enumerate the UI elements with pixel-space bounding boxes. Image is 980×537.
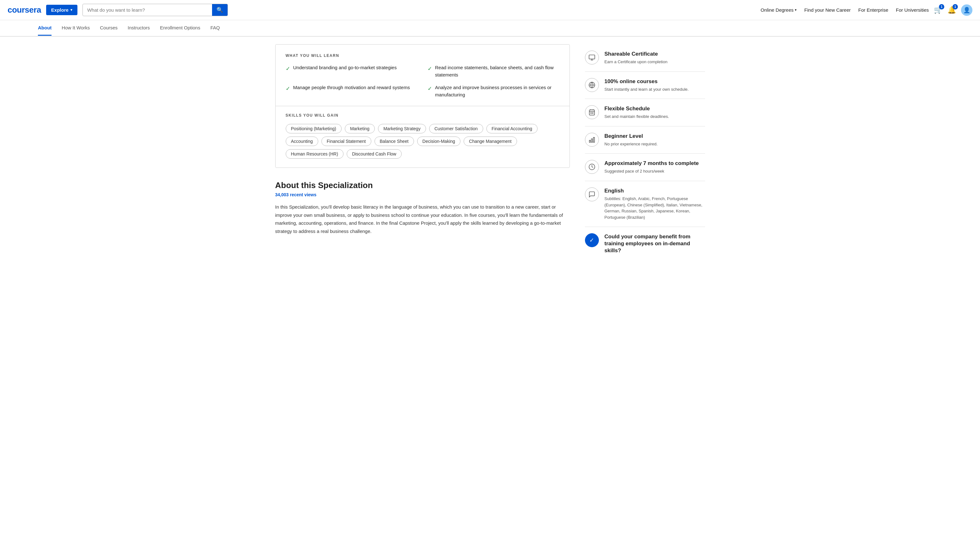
checkmark-icon-3: ✓ — [286, 85, 290, 93]
logo-text: coursera — [8, 5, 41, 15]
level-sub: No prior experience required. — [605, 141, 705, 147]
skill-tag-6[interactable]: Financial Statement — [321, 137, 371, 146]
certificate-text: Shareable Certificate Earn a Certificate… — [605, 51, 705, 65]
skill-tag-7[interactable]: Balance Sheet — [374, 137, 414, 146]
learn-item-4: ✓ Analyze and improve business processes… — [428, 84, 559, 98]
new-career-link[interactable]: Find your New Career — [804, 7, 851, 13]
skills-tags: Positioning (Marketing) Marketing Market… — [286, 124, 559, 159]
duration-sub: Suggested pace of 2 hours/week — [605, 168, 705, 174]
language-icon — [585, 187, 599, 201]
skills-you-will-gain-section: SKILLS YOU WILL GAIN Positioning (Market… — [275, 106, 570, 167]
skill-tag-3[interactable]: Customer Satisfaction — [429, 124, 483, 133]
subnav-about[interactable]: About — [38, 21, 51, 36]
checkmark-icon-2: ✓ — [428, 65, 432, 73]
certificate-icon — [585, 51, 599, 64]
learn-item-text-3: Manage people through motivation and rew… — [293, 84, 410, 91]
explore-button[interactable]: Explore ▾ — [46, 5, 78, 15]
sidebar-language: English Subtitles: English, Arabic, Fren… — [585, 181, 705, 227]
nav-icons: 🛒 1 🔔 1 👤 — [934, 5, 972, 16]
skill-tag-9[interactable]: Change Management — [464, 137, 517, 146]
search-button[interactable]: 🔍 — [212, 4, 228, 16]
explore-chevron-icon: ▾ — [70, 8, 72, 12]
svg-rect-5 — [593, 137, 595, 142]
notifications-icon[interactable]: 🔔 1 — [947, 6, 956, 14]
online-degrees-link[interactable]: Online Degrees ▾ — [760, 7, 797, 13]
subnav-courses[interactable]: Courses — [100, 21, 118, 36]
duration-icon — [585, 160, 599, 174]
main-container: WHAT YOU WILL LEARN ✓ Understand brandin… — [237, 37, 743, 274]
search-icon: 🔍 — [216, 6, 223, 13]
svg-rect-2 — [589, 110, 595, 115]
subnav-faq[interactable]: FAQ — [210, 21, 220, 36]
nav-links: Online Degrees ▾ Find your New Career Fo… — [760, 7, 929, 13]
learn-skills-box: WHAT YOU WILL LEARN ✓ Understand brandin… — [275, 44, 570, 168]
skill-tag-1[interactable]: Marketing — [345, 124, 375, 133]
schedule-sub: Set and maintain flexible deadlines. — [605, 113, 705, 120]
explore-label: Explore — [51, 7, 68, 13]
learn-item-text-2: Read income statements, balance sheets, … — [435, 64, 559, 78]
sidebar-enterprise[interactable]: ✓ Could your company benefit from traini… — [585, 227, 705, 262]
enterprise-check-icon: ✓ — [585, 233, 599, 247]
sidebar-duration: Approximately 7 months to complete Sugge… — [585, 154, 705, 181]
recent-views: 34,003 recent views — [275, 192, 570, 197]
skill-tag-2[interactable]: Marketing Strategy — [378, 124, 426, 133]
online-icon — [585, 78, 599, 92]
subnav-how-it-works[interactable]: How It Works — [62, 21, 90, 36]
level-icon — [585, 133, 599, 147]
svg-rect-0 — [589, 55, 595, 59]
universities-link[interactable]: For Universities — [896, 7, 929, 13]
learn-item-text-4: Analyze and improve business processes i… — [435, 84, 559, 98]
skill-tag-8[interactable]: Decision-Making — [417, 137, 460, 146]
subnav-enrollment-options[interactable]: Enrollment Options — [160, 21, 200, 36]
certificate-title: Shareable Certificate — [605, 51, 705, 57]
subnav-instructors[interactable]: Instructors — [128, 21, 150, 36]
online-degrees-chevron-icon: ▾ — [795, 8, 797, 12]
sub-nav: About How It Works Courses Instructors E… — [0, 20, 980, 37]
schedule-text: Flexible Schedule Set and maintain flexi… — [605, 105, 705, 120]
level-title: Beginner Level — [605, 133, 705, 140]
learn-item-2: ✓ Read income statements, balance sheets… — [428, 64, 559, 78]
checkmark-icon-1: ✓ — [286, 65, 290, 73]
learn-grid: ✓ Understand branding and go-to-market s… — [286, 64, 559, 98]
language-title: English — [605, 187, 705, 194]
search-input[interactable] — [83, 5, 212, 15]
about-title: About this Specialization — [275, 180, 570, 190]
skills-section-label: SKILLS YOU WILL GAIN — [286, 113, 559, 118]
svg-rect-3 — [589, 140, 590, 142]
search-bar: 🔍 — [83, 4, 228, 16]
sidebar-online: 100% online courses Start instantly and … — [585, 72, 705, 99]
certificate-sub: Earn a Certificate upon completion — [605, 59, 705, 65]
checkmark-icon-4: ✓ — [428, 85, 432, 93]
sidebar-schedule: Flexible Schedule Set and maintain flexi… — [585, 99, 705, 126]
skill-tag-10[interactable]: Human Resources (HR) — [286, 149, 344, 159]
skill-tag-4[interactable]: Financial Accounting — [486, 124, 538, 133]
level-text: Beginner Level No prior experience requi… — [605, 133, 705, 147]
online-title: 100% online courses — [605, 78, 705, 85]
learn-item-text-1: Understand branding and go-to-market str… — [293, 64, 397, 72]
svg-rect-4 — [591, 139, 593, 142]
schedule-icon — [585, 105, 599, 119]
online-sub: Start instantly and learn at your own sc… — [605, 86, 705, 92]
avatar-initial: 👤 — [963, 6, 970, 14]
learn-section-label: WHAT YOU WILL LEARN — [286, 53, 559, 58]
enterprise-link[interactable]: For Enterprise — [858, 7, 888, 13]
top-nav: coursera Explore ▾ 🔍 Online Degrees ▾ Fi… — [0, 0, 980, 20]
avatar[interactable]: 👤 — [961, 5, 972, 16]
skill-tag-11[interactable]: Discounted Cash Flow — [347, 149, 402, 159]
bell-badge: 1 — [953, 4, 958, 10]
sidebar: Shareable Certificate Earn a Certificate… — [585, 44, 705, 262]
sidebar-certificate: Shareable Certificate Earn a Certificate… — [585, 44, 705, 72]
cart-icon[interactable]: 🛒 1 — [934, 6, 942, 14]
skill-tag-0[interactable]: Positioning (Marketing) — [286, 124, 342, 133]
content-area: WHAT YOU WILL LEARN ✓ Understand brandin… — [275, 44, 570, 262]
enterprise-title: Could your company benefit from training… — [605, 233, 705, 254]
skill-tag-5[interactable]: Accounting — [286, 137, 318, 146]
language-text: English Subtitles: English, Arabic, Fren… — [605, 187, 705, 220]
what-you-will-learn-section: WHAT YOU WILL LEARN ✓ Understand brandin… — [275, 45, 570, 106]
learn-item-3: ✓ Manage people through motivation and r… — [286, 84, 417, 98]
duration-title: Approximately 7 months to complete — [605, 160, 705, 167]
schedule-title: Flexible Schedule — [605, 105, 705, 112]
coursera-logo[interactable]: coursera — [8, 5, 41, 15]
language-sub: Subtitles: English, Arabic, French, Port… — [605, 196, 705, 220]
sidebar-level: Beginner Level No prior experience requi… — [585, 126, 705, 154]
